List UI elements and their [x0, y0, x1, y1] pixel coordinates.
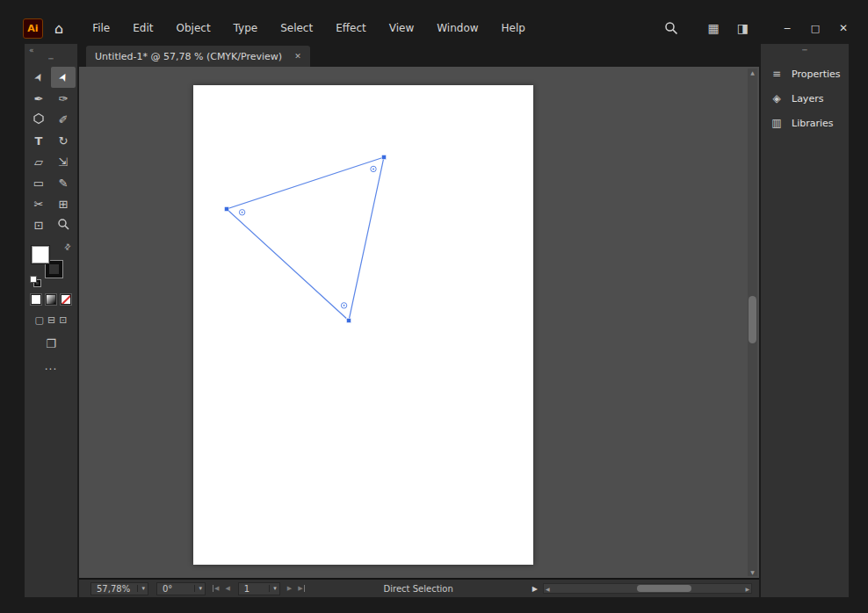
- anchor-point[interactable]: [347, 319, 351, 323]
- menu-help[interactable]: Help: [490, 22, 537, 34]
- next-artboard-icon[interactable]: ▶: [287, 585, 292, 592]
- status-expand-icon[interactable]: ▶: [532, 585, 538, 593]
- horizontal-scrollbar[interactable]: ◀ ▶: [543, 583, 752, 594]
- pen-tool[interactable]: ✒: [26, 88, 51, 109]
- curvature-icon: ✑: [59, 92, 69, 105]
- none-button[interactable]: [61, 294, 71, 305]
- previous-artboard-icon[interactable]: ◀: [225, 585, 229, 592]
- scissors-tool[interactable]: ✂: [26, 193, 51, 214]
- document-tab[interactable]: Untitled-1* @ 57,78 % (CMYK/Preview) ✕: [86, 46, 310, 67]
- zoom-tool[interactable]: [51, 214, 76, 235]
- status-bar: 57,78% ▾ 0° ▾ ◀ ◀ 1 ▾ ▶ ▶: [79, 578, 759, 597]
- eraser-icon: ▱: [34, 155, 43, 169]
- first-artboard-icon[interactable]: ◀: [213, 585, 219, 592]
- maximize-button[interactable]: □: [808, 23, 822, 34]
- vertical-scrollbar-thumb[interactable]: [749, 296, 756, 343]
- fill-swatch[interactable]: [32, 246, 49, 263]
- eyedropper-tool[interactable]: ✎: [51, 172, 76, 193]
- search-icon[interactable]: [664, 21, 678, 35]
- free-transform-tool[interactable]: ⊞: [51, 193, 76, 214]
- workspace-switcher-icon[interactable]: ◨: [737, 21, 749, 35]
- draw-behind-icon[interactable]: ⊟: [47, 314, 55, 326]
- anchor-point[interactable]: [382, 155, 387, 160]
- gradient-button[interactable]: [46, 294, 56, 305]
- shaper-tool[interactable]: [26, 109, 51, 130]
- selection-arrow-icon: ➤: [31, 70, 46, 83]
- paintbrush-icon: ✐: [59, 113, 69, 126]
- triangle-path[interactable]: [227, 157, 384, 321]
- scroll-up-icon[interactable]: ▲: [748, 69, 757, 76]
- default-fill-icon: [31, 277, 36, 282]
- rectangle-tool[interactable]: ▭: [26, 172, 51, 193]
- rotation-dropdown[interactable]: 0° ▾: [156, 582, 206, 595]
- artboard-number-dropdown[interactable]: 1 ▾: [238, 582, 280, 595]
- panel-label: Layers: [792, 93, 823, 105]
- panel-tab-libraries[interactable]: ▥ Libraries: [761, 111, 849, 135]
- toolbar-collapse-icon[interactable]: «: [25, 46, 39, 54]
- scroll-right-icon[interactable]: ▶: [745, 586, 749, 592]
- home-icon[interactable]: ⌂: [54, 20, 63, 37]
- menu-edit[interactable]: Edit: [121, 22, 164, 34]
- artboard-tool[interactable]: ⊡: [26, 214, 51, 235]
- panel-tab-layers[interactable]: ◈ Layers: [761, 86, 849, 111]
- anchor-point[interactable]: [225, 207, 229, 212]
- arrange-documents-icon[interactable]: ▦: [708, 21, 720, 35]
- menu-view[interactable]: View: [378, 22, 425, 34]
- panel-tab-properties[interactable]: ≡ Properties: [761, 61, 849, 86]
- color-button[interactable]: [31, 294, 41, 305]
- illustrator-window: Ai ⌂ File Edit Object Type Select Effect…: [0, 0, 868, 613]
- libraries-icon: ▥: [770, 117, 784, 129]
- menu-object[interactable]: Object: [165, 22, 222, 34]
- chevron-down-icon: ▾: [194, 585, 202, 592]
- draw-inside-icon[interactable]: ⊡: [59, 314, 67, 326]
- color-mode-row: [31, 294, 71, 305]
- document-tab-title: Untitled-1* @ 57,78 % (CMYK/Preview): [95, 51, 282, 62]
- chevron-down-icon: ▾: [269, 585, 277, 592]
- type-icon: T: [35, 134, 43, 148]
- scroll-left-icon[interactable]: ◀: [546, 586, 550, 592]
- scroll-down-icon[interactable]: ▼: [748, 569, 757, 575]
- direct-selection-tool[interactable]: ➤: [51, 67, 76, 88]
- tool-grid: ➤ ➤ ✒ ✑ ✐ T ↻ ▱ ⇲ ▭ ✎ ✂ ⊞ ⊡: [26, 67, 76, 235]
- swap-fill-stroke-icon[interactable]: ⇄: [62, 242, 73, 252]
- scale-icon: ⇲: [59, 155, 69, 169]
- tools-panel: « ┉ ➤ ➤ ✒ ✑ ✐ T ↻ ▱ ⇲ ▭ ✎ ✂ ⊞ ⊡ ⇄: [25, 44, 77, 597]
- close-button[interactable]: ✕: [836, 22, 850, 34]
- menu-effect[interactable]: Effect: [324, 22, 378, 34]
- screen-mode-icon[interactable]: ❐: [46, 337, 56, 350]
- titlebar-right: ▦ ◨ ─ □ ✕: [664, 21, 850, 35]
- panel-dock: ┉ ≡ Properties ◈ Layers ▥ Libraries: [761, 44, 849, 597]
- selection-tool[interactable]: ➤: [26, 67, 51, 88]
- scissors-icon: ✂: [34, 198, 44, 211]
- fill-stroke-control: ⇄: [31, 244, 71, 286]
- chevron-down-icon: ▾: [137, 585, 145, 592]
- default-fill-stroke-icon[interactable]: [31, 277, 40, 286]
- menu-select[interactable]: Select: [269, 22, 324, 34]
- menu-file[interactable]: File: [81, 22, 121, 34]
- last-artboard-icon[interactable]: ▶: [298, 585, 304, 592]
- draw-normal-icon[interactable]: ▢: [35, 314, 44, 326]
- corner-widget-dot: [242, 212, 243, 213]
- zoom-dropdown[interactable]: 57,78% ▾: [90, 582, 148, 595]
- minimize-button[interactable]: ─: [780, 23, 794, 34]
- paintbrush-tool[interactable]: ✐: [51, 109, 76, 130]
- rotation-value: 0°: [163, 584, 172, 594]
- vertical-scrollbar[interactable]: ▲ ▼: [748, 69, 757, 576]
- edit-toolbar-button[interactable]: ···: [45, 364, 57, 376]
- direct-selection-arrow-icon: ➤: [55, 70, 70, 83]
- curvature-tool[interactable]: ✑: [51, 88, 76, 109]
- panel-grip-icon[interactable]: ┉: [761, 47, 849, 54]
- toolbar-grip-icon[interactable]: ┉: [48, 55, 53, 62]
- canvas[interactable]: ▲ ▼: [79, 67, 759, 578]
- tab-close-icon[interactable]: ✕: [294, 52, 301, 61]
- scale-tool[interactable]: ⇲: [51, 151, 76, 172]
- drawing-modes-row: ▢ ⊟ ⊡: [35, 314, 68, 326]
- eraser-tool[interactable]: ▱: [26, 151, 51, 172]
- menu-type[interactable]: Type: [222, 22, 270, 34]
- menu-window[interactable]: Window: [425, 22, 489, 34]
- rotate-icon: ↻: [59, 134, 69, 148]
- type-tool[interactable]: T: [26, 130, 51, 151]
- rotate-tool[interactable]: ↻: [51, 130, 76, 151]
- horizontal-scrollbar-thumb[interactable]: [637, 585, 691, 592]
- selection-overlay[interactable]: [79, 67, 759, 578]
